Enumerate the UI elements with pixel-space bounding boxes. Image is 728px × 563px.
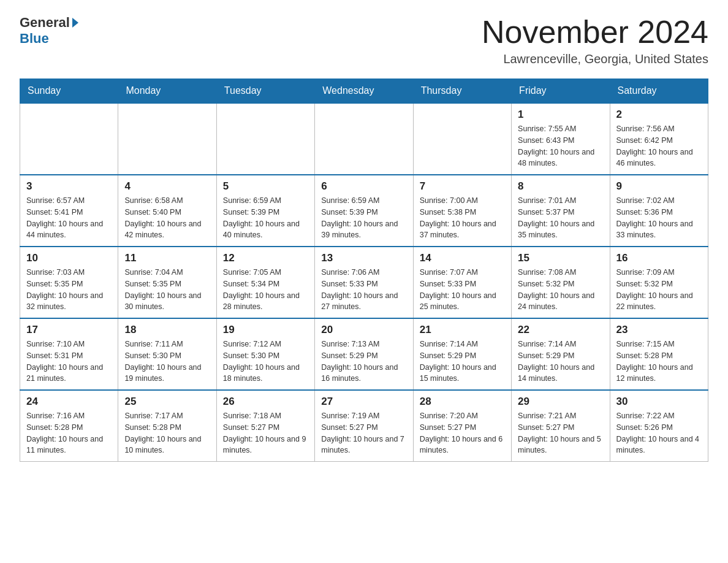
logo-arrow-icon [72,18,78,28]
calendar-cell: 29Sunrise: 7:21 AMSunset: 5:27 PMDayligh… [512,390,610,462]
day-number: 4 [124,180,210,193]
calendar-cell: 8Sunrise: 7:01 AMSunset: 5:37 PMDaylight… [512,175,610,247]
day-info: Sunrise: 7:05 AMSunset: 5:34 PMDaylight:… [223,267,308,313]
calendar-cell: 19Sunrise: 7:12 AMSunset: 5:30 PMDayligh… [216,318,314,390]
day-info: Sunrise: 6:59 AMSunset: 5:39 PMDaylight:… [223,195,308,241]
day-number: 21 [420,324,505,336]
location-title: Lawrenceville, Georgia, United States [482,52,708,66]
month-title: November 2024 [482,15,708,50]
calendar: SundayMondayTuesdayWednesdayThursdayFrid… [20,79,708,462]
day-number: 25 [124,396,210,408]
calendar-cell: 24Sunrise: 7:16 AMSunset: 5:28 PMDayligh… [20,390,118,462]
calendar-header-wednesday: Wednesday [315,79,413,104]
day-info: Sunrise: 7:00 AMSunset: 5:38 PMDaylight:… [420,195,505,241]
calendar-header-friday: Friday [512,79,610,104]
calendar-cell [216,103,314,175]
day-info: Sunrise: 7:14 AMSunset: 5:29 PMDaylight:… [420,339,505,385]
day-number: 23 [616,324,702,336]
calendar-cell: 2Sunrise: 7:56 AMSunset: 6:42 PMDaylight… [610,103,708,175]
calendar-header-tuesday: Tuesday [216,79,314,104]
day-info: Sunrise: 7:55 AMSunset: 6:43 PMDaylight:… [518,123,603,169]
calendar-cell: 18Sunrise: 7:11 AMSunset: 5:30 PMDayligh… [118,318,216,390]
calendar-week-row: 17Sunrise: 7:10 AMSunset: 5:31 PMDayligh… [20,318,708,390]
day-info: Sunrise: 7:07 AMSunset: 5:33 PMDaylight:… [420,267,505,313]
day-info: Sunrise: 7:02 AMSunset: 5:36 PMDaylight:… [616,195,702,241]
day-number: 18 [124,324,210,336]
calendar-header-monday: Monday [118,79,216,104]
day-number: 19 [223,324,308,336]
day-info: Sunrise: 7:06 AMSunset: 5:33 PMDaylight:… [321,267,406,313]
calendar-cell: 25Sunrise: 7:17 AMSunset: 5:28 PMDayligh… [118,390,216,462]
day-number: 12 [223,252,308,264]
day-info: Sunrise: 7:56 AMSunset: 6:42 PMDaylight:… [616,123,702,169]
day-number: 16 [616,252,702,264]
day-number: 20 [321,324,406,336]
calendar-week-row: 10Sunrise: 7:03 AMSunset: 5:35 PMDayligh… [20,247,708,318]
day-number: 6 [321,180,406,193]
day-info: Sunrise: 7:16 AMSunset: 5:28 PMDaylight:… [26,410,112,456]
day-info: Sunrise: 7:20 AMSunset: 5:27 PMDaylight:… [420,410,505,456]
logo: General Blue [20,15,78,47]
day-info: Sunrise: 7:08 AMSunset: 5:32 PMDaylight:… [518,267,603,313]
day-number: 14 [420,252,505,264]
calendar-cell: 23Sunrise: 7:15 AMSunset: 5:28 PMDayligh… [610,318,708,390]
day-info: Sunrise: 7:04 AMSunset: 5:35 PMDaylight:… [124,267,210,313]
calendar-header-row: SundayMondayTuesdayWednesdayThursdayFrid… [20,79,708,104]
day-number: 3 [26,180,112,193]
day-info: Sunrise: 7:22 AMSunset: 5:26 PMDaylight:… [616,410,702,456]
calendar-cell: 27Sunrise: 7:19 AMSunset: 5:27 PMDayligh… [315,390,413,462]
day-number: 11 [124,252,210,264]
calendar-week-row: 24Sunrise: 7:16 AMSunset: 5:28 PMDayligh… [20,390,708,462]
day-info: Sunrise: 7:10 AMSunset: 5:31 PMDaylight:… [26,339,112,385]
day-number: 22 [518,324,603,336]
title-area: November 2024 Lawrenceville, Georgia, Un… [482,15,708,66]
day-number: 2 [616,109,702,121]
calendar-header-saturday: Saturday [610,79,708,104]
calendar-cell: 9Sunrise: 7:02 AMSunset: 5:36 PMDaylight… [610,175,708,247]
logo-general-label: General [20,15,70,31]
day-info: Sunrise: 7:13 AMSunset: 5:29 PMDaylight:… [321,339,406,385]
calendar-cell: 7Sunrise: 7:00 AMSunset: 5:38 PMDaylight… [413,175,511,247]
day-number: 28 [420,396,505,408]
calendar-cell: 13Sunrise: 7:06 AMSunset: 5:33 PMDayligh… [315,247,413,318]
calendar-header-thursday: Thursday [413,79,511,104]
day-info: Sunrise: 6:59 AMSunset: 5:39 PMDaylight:… [321,195,406,241]
day-info: Sunrise: 7:18 AMSunset: 5:27 PMDaylight:… [223,410,308,456]
day-info: Sunrise: 6:57 AMSunset: 5:41 PMDaylight:… [26,195,112,241]
day-number: 8 [518,180,603,193]
calendar-cell: 1Sunrise: 7:55 AMSunset: 6:43 PMDaylight… [512,103,610,175]
calendar-cell [315,103,413,175]
day-info: Sunrise: 7:09 AMSunset: 5:32 PMDaylight:… [616,267,702,313]
calendar-cell: 17Sunrise: 7:10 AMSunset: 5:31 PMDayligh… [20,318,118,390]
day-number: 26 [223,396,308,408]
calendar-cell: 15Sunrise: 7:08 AMSunset: 5:32 PMDayligh… [512,247,610,318]
calendar-cell: 14Sunrise: 7:07 AMSunset: 5:33 PMDayligh… [413,247,511,318]
day-info: Sunrise: 7:11 AMSunset: 5:30 PMDaylight:… [124,339,210,385]
logo-general-text: General [20,15,78,31]
day-number: 10 [26,252,112,264]
day-info: Sunrise: 7:03 AMSunset: 5:35 PMDaylight:… [26,267,112,313]
header: General Blue November 2024 Lawrenceville… [20,15,708,66]
day-number: 7 [420,180,505,193]
calendar-cell: 21Sunrise: 7:14 AMSunset: 5:29 PMDayligh… [413,318,511,390]
day-number: 9 [616,180,702,193]
day-info: Sunrise: 7:14 AMSunset: 5:29 PMDaylight:… [518,339,603,385]
day-info: Sunrise: 7:15 AMSunset: 5:28 PMDaylight:… [616,339,702,385]
day-number: 30 [616,396,702,408]
day-number: 5 [223,180,308,193]
day-info: Sunrise: 7:01 AMSunset: 5:37 PMDaylight:… [518,195,603,241]
day-number: 24 [26,396,112,408]
calendar-cell [20,103,118,175]
calendar-cell: 28Sunrise: 7:20 AMSunset: 5:27 PMDayligh… [413,390,511,462]
logo-blue-label: Blue [20,31,49,47]
calendar-cell: 16Sunrise: 7:09 AMSunset: 5:32 PMDayligh… [610,247,708,318]
day-info: Sunrise: 7:12 AMSunset: 5:30 PMDaylight:… [223,339,308,385]
calendar-cell: 4Sunrise: 6:58 AMSunset: 5:40 PMDaylight… [118,175,216,247]
day-number: 17 [26,324,112,336]
calendar-cell: 5Sunrise: 6:59 AMSunset: 5:39 PMDaylight… [216,175,314,247]
day-info: Sunrise: 6:58 AMSunset: 5:40 PMDaylight:… [124,195,210,241]
calendar-cell: 6Sunrise: 6:59 AMSunset: 5:39 PMDaylight… [315,175,413,247]
calendar-cell: 12Sunrise: 7:05 AMSunset: 5:34 PMDayligh… [216,247,314,318]
day-info: Sunrise: 7:19 AMSunset: 5:27 PMDaylight:… [321,410,406,456]
calendar-cell: 20Sunrise: 7:13 AMSunset: 5:29 PMDayligh… [315,318,413,390]
